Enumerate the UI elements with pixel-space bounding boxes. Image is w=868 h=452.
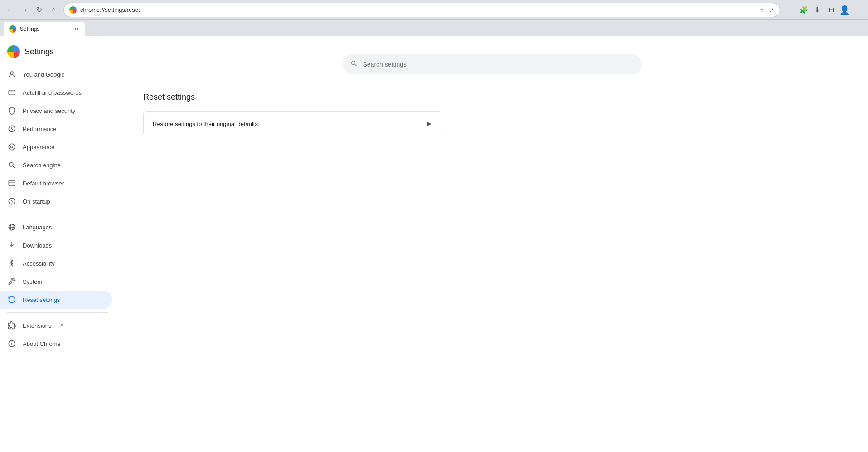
svg-line-25 (354, 64, 356, 66)
home-button[interactable]: ⌂ (47, 4, 60, 16)
sidebar-item-search-engine[interactable]: Search engine (0, 156, 112, 174)
sidebar-item-label: Default browser (23, 180, 64, 187)
sidebar: Settings You and Google Autofill and pas… (0, 36, 116, 452)
sidebar-item-label: System (23, 278, 42, 285)
about-chrome-icon (7, 339, 16, 348)
external-link-icon: ↗ (59, 322, 63, 329)
page-title: Reset settings (143, 92, 841, 102)
sidebar-item-label: On startup (23, 198, 50, 205)
you-and-google-icon (7, 70, 16, 79)
search-bar[interactable] (343, 54, 642, 74)
settings-tab[interactable]: Settings ✕ (4, 22, 85, 36)
default-browser-icon (7, 179, 16, 188)
svg-point-4 (9, 144, 15, 150)
search-input[interactable] (363, 61, 634, 68)
extensions-icon (7, 321, 16, 330)
sidebar-item-label: You and Google (23, 71, 65, 78)
svg-rect-8 (9, 180, 15, 186)
sidebar-item-autofill[interactable]: Autofill and passwords (0, 83, 112, 102)
svg-point-24 (351, 61, 355, 65)
sidebar-item-extensions[interactable]: Extensions ↗ (0, 316, 112, 335)
sidebar-divider-2 (7, 312, 108, 313)
sidebar-item-on-startup[interactable]: On startup (0, 192, 112, 210)
search-icon (350, 60, 358, 69)
sidebar-item-label: Autofill and passwords (23, 89, 82, 96)
chrome-logo (7, 45, 20, 58)
sidebar-item-default-browser[interactable]: Default browser (0, 174, 112, 192)
cast-button[interactable]: 🖥 (824, 4, 837, 16)
sidebar-item-reset-settings[interactable]: Reset settings (0, 291, 112, 309)
tab-favicon (9, 25, 16, 33)
accessibility-icon (7, 259, 16, 268)
system-icon (7, 277, 16, 286)
settings-container: Settings You and Google Autofill and pas… (0, 36, 868, 452)
sidebar-item-system[interactable]: System (0, 272, 112, 291)
reload-button[interactable]: ↻ (33, 4, 45, 16)
sidebar-item-appearance[interactable]: Appearance (0, 138, 112, 156)
back-button[interactable]: ← (4, 4, 16, 16)
bookmark-icon[interactable]: ☆ (759, 6, 765, 14)
downloads-button[interactable]: ⬇ (811, 4, 824, 16)
chevron-right-icon: ► (426, 120, 433, 128)
menu-button[interactable]: ⋮ (852, 4, 864, 16)
browser-toolbar-right: ＋ 🧩 ⬇ 🖥 👤 ⋮ (784, 4, 864, 16)
svg-point-5 (11, 146, 13, 148)
sidebar-item-label: Accessibility (23, 260, 55, 267)
sidebar-item-label: Extensions (23, 322, 52, 329)
svg-rect-1 (9, 90, 15, 95)
sidebar-item-performance[interactable]: Performance (0, 120, 112, 138)
tab-bar: Settings ✕ (0, 20, 868, 36)
sidebar-item-label: Languages (23, 224, 52, 231)
sidebar-item-label: Appearance (23, 144, 54, 151)
site-favicon (69, 6, 77, 14)
sidebar-item-label: Reset settings (23, 296, 60, 303)
restore-settings-label: Restore settings to their original defau… (153, 121, 258, 127)
autofill-icon (7, 88, 16, 97)
privacy-icon (7, 106, 16, 115)
tab-close-button[interactable]: ✕ (73, 25, 80, 33)
sidebar-title: Settings (24, 47, 54, 57)
sidebar-item-label: About Chrome (23, 340, 61, 347)
performance-icon (7, 124, 16, 133)
svg-point-17 (11, 260, 13, 262)
languages-icon (7, 223, 16, 232)
reset-card: Restore settings to their original defau… (143, 111, 442, 136)
sidebar-item-privacy[interactable]: Privacy and security (0, 102, 112, 120)
sidebar-item-you-and-google[interactable]: You and Google (0, 65, 112, 83)
sidebar-item-downloads[interactable]: Downloads (0, 236, 112, 254)
downloads-icon (7, 241, 16, 250)
main-content: Reset settings Restore settings to their… (116, 36, 868, 452)
sidebar-item-label: Downloads (23, 242, 52, 249)
extensions-button[interactable]: 🧩 (797, 4, 810, 16)
sidebar-divider-1 (7, 214, 108, 214)
sidebar-item-label: Privacy and security (23, 107, 75, 114)
sidebar-item-label: Search engine (23, 162, 61, 169)
search-engine-icon (7, 160, 16, 170)
on-startup-icon (7, 197, 16, 206)
restore-settings-item[interactable]: Restore settings to their original defau… (144, 112, 442, 136)
sidebar-item-about-chrome[interactable]: About Chrome (0, 335, 112, 353)
svg-line-7 (13, 166, 15, 168)
appearance-icon (7, 142, 16, 151)
sidebar-item-accessibility[interactable]: Accessibility (0, 254, 112, 272)
forward-button[interactable]: → (18, 4, 31, 16)
svg-point-23 (12, 342, 12, 342)
share-icon[interactable]: ↗ (769, 6, 774, 14)
svg-point-0 (10, 72, 13, 74)
address-text: chrome://settings/reset (80, 6, 756, 13)
reset-settings-icon (7, 295, 16, 304)
svg-point-6 (9, 162, 13, 166)
sidebar-header: Settings (0, 40, 116, 65)
add-tab-button[interactable]: ＋ (784, 4, 796, 16)
sidebar-item-label: Performance (23, 126, 56, 132)
profile-button[interactable]: 👤 (838, 4, 851, 16)
nav-buttons: ← → ↻ ⌂ (4, 4, 60, 16)
tab-title: Settings (20, 26, 69, 32)
address-bar[interactable]: chrome://settings/reset ☆ ↗ (63, 3, 780, 17)
sidebar-item-languages[interactable]: Languages (0, 218, 112, 236)
svg-line-20 (12, 264, 13, 267)
browser-chrome: ← → ↻ ⌂ chrome://settings/reset ☆ ↗ ＋ 🧩 … (0, 0, 868, 20)
